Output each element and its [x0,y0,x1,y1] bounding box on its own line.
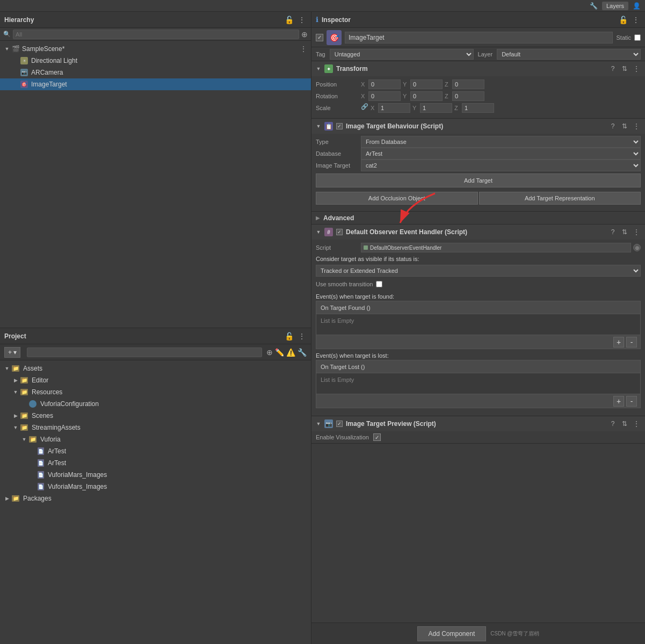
expand-icon [13,82,18,87]
it-help-icon[interactable]: ? [608,122,617,131]
add-component-button[interactable]: Add Component [417,626,487,641]
editor-expand-icon: ▶ [13,378,18,383]
go-active-checkbox[interactable]: ✓ [316,34,323,41]
streaming-assets-folder[interactable]: ▼ 📁 StreamingAssets [0,422,311,433]
add-btn[interactable]: + ▾ [4,347,20,358]
add-occlusion-button[interactable]: Add Occlusion Object [316,192,478,205]
hierarchy-item-arcamera[interactable]: 📷 ARCamera [0,67,311,78]
enable-viz-checkbox[interactable]: ✓ [373,433,381,441]
static-checkbox[interactable] [634,34,641,41]
script-dot-icon [364,245,368,250]
assets-folder[interactable]: ▼ 📁 Assets [0,363,311,374]
database-select[interactable]: ArTest [361,148,641,160]
artest-1-file[interactable]: 📄 ArTest [0,445,311,457]
it-menu-icon[interactable]: ⋮ [632,122,641,131]
transform-title: Transform [336,65,605,73]
resources-folder[interactable]: ▼ 📁 Resources [0,386,311,398]
vuforia-mars-1-file[interactable]: 📄 VuforiaMars_Images [0,469,311,481]
tracked-select[interactable]: Tracked or Extended Tracked [316,265,641,277]
hierarchy-add-icon[interactable]: ⊕ [301,30,308,39]
rot-y-input[interactable] [410,91,443,101]
observer-menu-icon[interactable]: ⋮ [632,228,641,236]
scene-menu-icon[interactable]: ⋮ [300,45,307,53]
project-search-input[interactable] [27,348,262,357]
it-enable-checkbox[interactable]: ✓ [336,123,343,129]
preview-settings-icon[interactable]: ⇅ [620,419,629,428]
layer-select[interactable]: Default [497,49,641,60]
scale-x-input[interactable] [378,103,410,113]
preview-enable-checkbox[interactable]: ✓ [336,421,343,427]
light-icon: ☀ [20,57,28,64]
scale-z-input[interactable] [462,103,494,113]
project-menu-icon[interactable]: ⋮ [297,331,307,341]
image-target-header[interactable]: ▼ 📋 ✓ Image Target Behaviour (Script) ? … [311,119,645,134]
preview-menu-icon[interactable]: ⋮ [632,419,641,428]
observer-enable-checkbox[interactable]: ✓ [336,229,343,235]
hierarchy-menu-icon[interactable]: ⋮ [297,15,307,25]
hierarchy-lock-icon[interactable]: 🔓 [284,15,294,25]
pos-x-input[interactable] [368,79,401,89]
hierarchy-item-imagetarget[interactable]: 🎯 ImageTarget [0,78,311,90]
type-select[interactable]: From Database [361,136,641,148]
project-icon3[interactable]: ⚠️ [286,348,295,357]
go-name-input[interactable] [345,32,613,44]
vuforia-folder[interactable]: ▼ 📁 Vuforia [0,433,311,445]
observer-header[interactable]: ▼ # ✓ Default Observer Event Handler (Sc… [311,225,645,240]
project-icon2[interactable]: ✏️ [275,348,284,357]
remove-event-found-btn[interactable]: - [626,337,637,348]
transform-help-icon[interactable]: ? [608,64,617,73]
observer-help-icon[interactable]: ? [608,228,617,236]
vuforia-config-item[interactable]: VuforiaConfiguration [0,398,311,410]
add-target-button[interactable]: Add Target [316,173,641,187]
image-target-select[interactable]: cat2 [361,160,641,171]
script-target-btn[interactable]: ◎ [633,244,641,251]
vuforia-mars-2-file[interactable]: 📄 VuforiaMars_Images [0,481,311,493]
tag-select[interactable]: Untagged [330,49,474,60]
artest-2-file[interactable]: 📄 ArTest [0,457,311,469]
search-icon: 🔍 [3,31,11,38]
hierarchy-item-directional-light[interactable]: ☀ Directional Light [0,55,311,67]
transform-settings-icon[interactable]: ⇅ [620,64,629,73]
add-representation-button[interactable]: Add Target Representation [479,192,641,205]
target-icon: 🎯 [20,81,28,88]
rot-x-input[interactable] [368,91,401,101]
inspector-menu-icon[interactable]: ⋮ [631,15,641,25]
tag-label: Tag [316,51,325,57]
observer-title: Default Observer Event Handler (Script) [346,228,605,236]
add-event-lost-btn[interactable]: + [613,396,624,407]
project-icon4[interactable]: 🔧 [298,348,307,357]
preview-help-icon[interactable]: ? [608,419,617,428]
preview-expand-icon: ▼ [316,421,321,426]
pos-z-input[interactable] [452,79,484,89]
packages-folder[interactable]: ▶ 📁 Packages [0,493,311,504]
inspector-lock-icon[interactable]: 🔓 [618,15,628,25]
add-event-found-btn[interactable]: + [613,337,624,348]
editor-folder[interactable]: ▶ 📁 Editor [0,374,311,386]
pos-y-input[interactable] [410,79,443,89]
project-icon1[interactable]: ⊕ [266,348,273,357]
scenes-folder[interactable]: ▶ 📁 Scenes [0,410,311,422]
scale-y-input[interactable] [420,103,452,113]
advanced-section[interactable]: ▶ Advanced [311,212,645,225]
it-settings-icon[interactable]: ⇅ [620,122,629,131]
hierarchy-search-input[interactable] [13,30,299,39]
expand-icon [21,401,27,407]
transform-header[interactable]: ▼ ✦ Transform ? ⇅ ⋮ [311,61,645,76]
position-row: Position X Y Z [316,78,641,90]
assets-label: Assets [23,365,42,372]
remove-event-lost-btn[interactable]: - [626,396,637,407]
folder-icon: 📁 [20,377,28,383]
scale-z-label: Z [454,105,461,111]
smooth-checkbox[interactable] [376,281,382,287]
transform-menu-icon[interactable]: ⋮ [632,64,641,73]
vuforia-expand-icon: ▼ [21,437,27,442]
observer-body: Script DefaultObserverEventHandler ◎ Con… [311,240,645,416]
scene-root-item[interactable]: ▼ 🎬 SampleScene* ⋮ [0,43,311,55]
preview-header[interactable]: ▼ 📷 ✓ Image Target Preview (Script) ? ⇅ … [311,416,645,431]
rot-z-input[interactable] [452,91,484,101]
layers-label[interactable]: Layers [602,2,628,10]
two-btns-row: Add Occlusion Object Add Target Represen… [316,192,641,205]
observer-settings-icon[interactable]: ⇅ [620,228,629,236]
packages-label: Packages [23,495,52,502]
project-lock-icon[interactable]: 🔓 [284,331,294,341]
